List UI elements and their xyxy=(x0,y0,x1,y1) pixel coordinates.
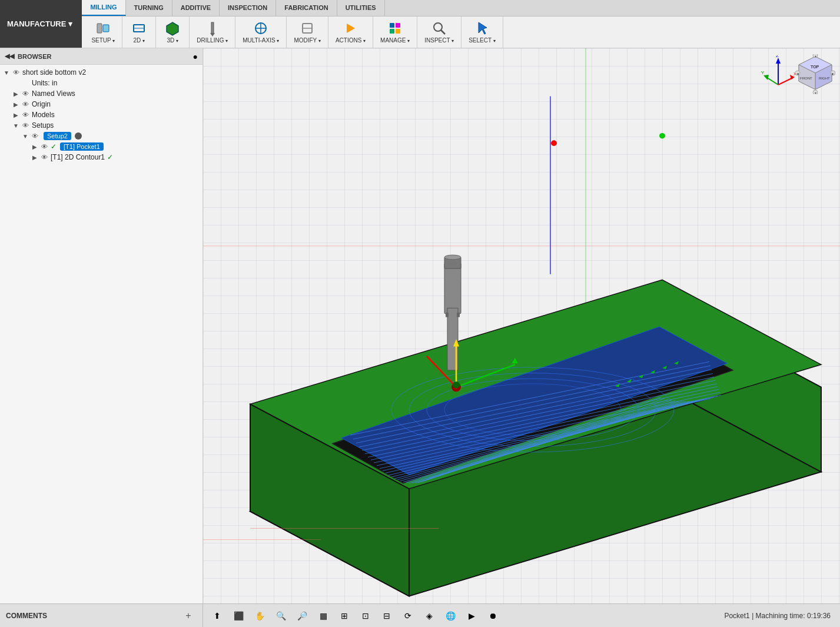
tree-item-7[interactable]: ▶👁✓[T1] Pocket1 xyxy=(0,141,202,152)
svg-text:Z: Z xyxy=(776,55,779,58)
toolbar-btn-3d[interactable]: 3D ▾ xyxy=(160,18,185,46)
modify-icon xyxy=(299,20,316,37)
tree-label-7: [T1] Pocket1 xyxy=(60,142,104,151)
tree-label-0: short side bottom v2 xyxy=(21,68,86,77)
tab-fabrication[interactable]: FABRICATION xyxy=(276,0,337,16)
layout-btn[interactable]: ⊟ xyxy=(379,608,395,624)
svg-point-80 xyxy=(551,140,557,146)
svg-marker-85 xyxy=(776,58,781,64)
pan-tool-btn[interactable]: ✋ xyxy=(251,608,268,624)
zoom-box-btn[interactable]: 🔎 xyxy=(294,608,310,624)
tree-arrow-3[interactable]: ▶ xyxy=(12,101,20,108)
svg-rect-14 xyxy=(396,23,400,28)
toolbar-btn-actions[interactable]: ACTIONS ▾ xyxy=(332,18,369,46)
svg-point-17 xyxy=(434,23,442,31)
cube-nav[interactable]: TOP RIGHT FRONT ▲ ▶ ◀ ▼ xyxy=(795,54,835,96)
tree-arrow-4[interactable]: ▶ xyxy=(12,112,20,118)
viewport: Z X Y TOP RIGHT FRONT ▲ xyxy=(203,48,840,603)
toolbar-btn-multiaxis[interactable]: MULTI-AXIS ▾ xyxy=(239,18,283,46)
tree-label-5: Setups xyxy=(31,121,54,130)
tab-turning[interactable]: TURNING xyxy=(126,0,172,16)
tree-check2-8: ✓ xyxy=(107,153,113,161)
svg-rect-70 xyxy=(446,313,449,317)
manufacture-arrow: ▾ xyxy=(68,19,72,28)
tree-item-0[interactable]: ▼👁short side bottom v2 xyxy=(0,67,202,78)
display-mode-btn[interactable]: ▦ xyxy=(315,608,331,624)
zoom-tool-btn[interactable]: 🔍 xyxy=(273,608,289,624)
tree-check-7: ✓ xyxy=(51,142,57,151)
tree-eye-8[interactable]: 👁 xyxy=(39,154,49,161)
toolbar-buttons: SETUP ▾2D ▾3D ▾DRILLING ▾MULTI-AXIS ▾MOD… xyxy=(82,16,840,48)
tree-item-2[interactable]: ▶👁Named Views xyxy=(0,88,202,99)
statusbar: COMMENTS + ⬆ ⬛ ✋ 🔍 🔎 ▦ ⊞ ⊡ ⊟ ⟳ ◈ 🌐 ▶ ⏺ P… xyxy=(0,603,840,627)
setup-icon xyxy=(95,20,111,37)
env-btn[interactable]: 🌐 xyxy=(442,608,459,624)
svg-text:▲: ▲ xyxy=(814,54,817,58)
add-icon: + xyxy=(185,611,191,621)
svg-text:RIGHT: RIGHT xyxy=(819,77,830,80)
tab-inspection[interactable]: INSPECTION xyxy=(220,0,276,16)
tree-item-6[interactable]: ▼👁Setup2 xyxy=(0,131,202,141)
actions-icon xyxy=(342,20,358,37)
toolbar-btn-select[interactable]: SELECT ▾ xyxy=(465,18,499,46)
toolbar-btn-inspect[interactable]: INSPECT ▾ xyxy=(421,18,457,46)
tree-arrow-8[interactable]: ▶ xyxy=(31,154,39,161)
copy-tool-btn[interactable]: ⬛ xyxy=(230,608,247,624)
snapping-btn[interactable]: ⊡ xyxy=(357,608,374,624)
tab-additive[interactable]: ADDITIVE xyxy=(172,0,220,16)
toolbar-btn-2d[interactable]: 2D ▾ xyxy=(126,18,152,46)
sim-btn[interactable]: ▶ xyxy=(463,608,480,624)
browser-header: ◀◀ BROWSER ● xyxy=(0,48,202,65)
tree-item-1[interactable]: Units: in xyxy=(0,78,202,88)
tree-eye-2[interactable]: 👁 xyxy=(20,90,31,97)
svg-text:◀: ◀ xyxy=(796,72,799,75)
tree-arrow-7[interactable]: ▶ xyxy=(31,144,39,150)
orbit-btn[interactable]: ⟳ xyxy=(400,608,416,624)
tree-item-5[interactable]: ▼👁Setups xyxy=(0,120,202,131)
tree-arrow-2[interactable]: ▶ xyxy=(12,91,20,97)
drilling-icon xyxy=(204,20,221,37)
comments-label: COMMENTS xyxy=(6,612,47,620)
appearance-btn[interactable]: ◈ xyxy=(421,608,437,624)
tree-item-4[interactable]: ▶👁Models xyxy=(0,110,202,120)
tree-eye-0[interactable]: 👁 xyxy=(11,69,21,76)
tree-arrow-6[interactable]: ▼ xyxy=(21,133,29,140)
svg-point-68 xyxy=(444,255,461,260)
tree-item-8[interactable]: ▶👁[T1] 2D Contour1✓ xyxy=(0,152,202,162)
toolbar-btn-setup[interactable]: SETUP ▾ xyxy=(88,18,118,46)
tree-eye-6[interactable]: 👁 xyxy=(29,132,40,140)
record-btn[interactable]: ⏺ xyxy=(484,608,501,624)
toolbar: MANUFACTURE ▾ MILLINGTURNINGADDITIVEINSP… xyxy=(0,0,840,48)
statusbar-center: ⬆ ⬛ ✋ 🔍 🔎 ▦ ⊞ ⊡ ⊟ ⟳ ◈ 🌐 ▶ ⏺ xyxy=(203,608,715,624)
browser-tree: ▼👁short side bottom v2Units: in▶👁Named V… xyxy=(0,65,202,165)
tab-utilities[interactable]: UTILITIES xyxy=(337,0,385,16)
browser-header-left: ◀◀ BROWSER xyxy=(5,52,51,60)
tree-badge-6: Setup2 xyxy=(44,132,71,140)
manufacture-label: MANUFACTURE xyxy=(7,19,66,28)
grid-btn[interactable]: ⊞ xyxy=(336,608,353,624)
manufacture-menu[interactable]: MANUFACTURE ▾ xyxy=(0,0,82,48)
toolbar-btn-manage[interactable]: MANAGE ▾ xyxy=(377,18,413,46)
tree-eye-5[interactable]: 👁 xyxy=(20,122,31,129)
toolbar-tabs: MILLINGTURNINGADDITIVEINSPECTIONFABRICAT… xyxy=(82,0,840,48)
add-comment-button[interactable]: + xyxy=(180,608,197,624)
svg-marker-89 xyxy=(763,75,769,80)
browser-back-icon[interactable]: ◀◀ xyxy=(5,52,14,60)
tab-milling[interactable]: MILLING xyxy=(82,0,125,16)
tree-arrow-5[interactable]: ▼ xyxy=(12,122,20,129)
browser-close-icon[interactable]: ● xyxy=(193,52,198,61)
toolbar-btn-drilling[interactable]: DRILLING ▾ xyxy=(193,18,231,46)
tree-arrow-0[interactable]: ▼ xyxy=(2,69,11,76)
tree-item-3[interactable]: ▶👁Origin xyxy=(0,99,202,110)
tree-label-1: Units: in xyxy=(31,79,57,87)
svg-rect-5 xyxy=(211,22,214,34)
tree-eye-3[interactable]: 👁 xyxy=(20,101,31,108)
svg-text:FRONT: FRONT xyxy=(800,77,812,80)
svg-marker-6 xyxy=(210,33,215,37)
svg-text:▼: ▼ xyxy=(814,91,817,94)
move-tool-btn[interactable]: ⬆ xyxy=(209,608,225,624)
tab-row: MILLINGTURNINGADDITIVEINSPECTIONFABRICAT… xyxy=(82,0,840,16)
tree-eye-7[interactable]: 👁 xyxy=(39,143,49,150)
tree-eye-4[interactable]: 👁 xyxy=(20,111,31,118)
toolbar-btn-modify[interactable]: MODIFY ▾ xyxy=(290,18,324,46)
